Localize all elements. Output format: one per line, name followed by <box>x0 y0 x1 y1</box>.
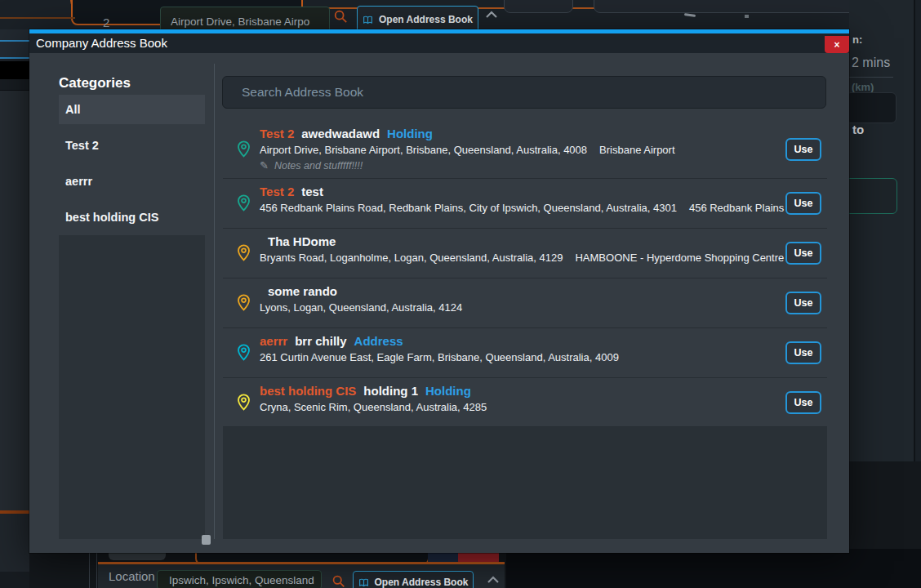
scrollbar-thumb[interactable] <box>202 535 211 545</box>
stop-number-label: 2 <box>103 16 109 29</box>
categories-heading: Categories <box>59 75 131 91</box>
map-pin-icon <box>237 344 251 362</box>
open-address-book-button[interactable]: Open Address Book <box>353 571 474 588</box>
chevron-up-icon[interactable] <box>485 11 498 19</box>
divider <box>89 552 90 588</box>
entry-name: brr chilly <box>295 334 346 348</box>
entry-name: awedwadawd <box>301 127 380 140</box>
location-panel: Location Open Address Book <box>98 562 505 588</box>
search-icon[interactable] <box>333 9 348 24</box>
map-pin-icon <box>237 140 251 158</box>
background-field-fragment <box>504 0 573 13</box>
distance-unit-label: (km) <box>852 81 874 93</box>
app-window: 2 Open Address Book <box>0 0 921 588</box>
entry-category: best holding CIS <box>260 384 356 398</box>
entry-category: aerrr <box>260 334 287 348</box>
entry-place: HAMBOONE - Hyperdome Shopping Centre - <box>575 252 790 264</box>
use-button[interactable]: Use <box>785 391 821 414</box>
background-top-bar: 2 Open Address Book <box>0 0 921 29</box>
close-button[interactable]: × <box>825 36 849 53</box>
duration-value: 2 mins <box>852 56 890 70</box>
category-label: aerrr <box>65 175 92 188</box>
open-address-book-label: Open Address Book <box>379 14 473 25</box>
category-label: All <box>65 103 81 116</box>
chevron-up-icon[interactable] <box>487 576 500 584</box>
use-button[interactable]: Use <box>785 341 821 364</box>
entry-name: test <box>301 185 323 198</box>
map-pin-icon <box>237 194 251 212</box>
address-entry[interactable]: Test 2 test 456 Redbank Plains Road, Red… <box>223 179 827 229</box>
category-label: best holding CIS <box>65 211 158 224</box>
entry-tag: Holding <box>425 384 471 398</box>
map-pin-icon <box>237 294 251 312</box>
entry-name: holding 1 <box>363 384 418 398</box>
open-address-book-button[interactable]: Open Address Book <box>357 6 478 29</box>
use-button[interactable]: Use <box>785 192 821 215</box>
modal-title: Company Address Book <box>36 36 167 50</box>
entry-tag: Address <box>354 334 403 348</box>
divider <box>96 552 97 588</box>
to-label: to <box>852 122 864 136</box>
category-item-best-holding-cis[interactable]: best holding CIS <box>59 203 205 232</box>
entry-address: 261 Curtin Avenue East, Eagle Farm, Bris… <box>260 351 619 363</box>
entry-category: Test 2 <box>260 127 294 140</box>
location-input[interactable] <box>157 570 322 588</box>
entry-category: Test 2 <box>260 185 294 198</box>
background-field-fragment <box>594 0 883 13</box>
search-input[interactable] <box>222 76 826 109</box>
map-pin-icon <box>237 244 251 262</box>
entry-place: Brisbane Airport <box>599 144 675 156</box>
entry-address: Airport Drive, Brisbane Airport, Brisban… <box>260 144 587 156</box>
distance-input-fragment[interactable] <box>849 92 897 123</box>
category-label: Test 2 <box>65 139 99 152</box>
label-fragment: n: <box>852 33 862 46</box>
book-icon <box>358 578 369 587</box>
entry-name: some rando <box>268 284 337 298</box>
background-bottom-area <box>506 549 921 588</box>
divider <box>849 77 893 78</box>
category-item-all[interactable]: All <box>59 95 205 124</box>
location-label: Location <box>109 569 155 583</box>
background-glyph-fragment <box>745 15 749 18</box>
modal-title-bar: Company Address Book <box>29 33 849 53</box>
entry-place: 456 Redbank Plains Rd <box>689 202 801 214</box>
entry-address: Bryants Road, Loganholme, Logan, Queensl… <box>260 252 563 264</box>
background-button-fragment[interactable] <box>849 178 897 214</box>
sidebar-divider <box>214 64 215 539</box>
use-button[interactable]: Use <box>785 242 821 265</box>
address-entry[interactable]: some rando Lyons, Logan, Queensland, Aus… <box>223 278 827 328</box>
entry-address: Cryna, Scenic Rim, Queensland, Australia… <box>260 401 487 413</box>
background-glyph-fragment <box>684 13 696 17</box>
entry-name: Tha HDome <box>268 234 336 248</box>
background-right-panel: n: 2 mins (km) to <box>849 0 921 461</box>
divider <box>0 17 75 19</box>
category-item-aerrr[interactable]: aerrr <box>59 167 205 196</box>
open-address-book-label: Open Address Book <box>375 577 469 588</box>
book-icon <box>363 16 373 24</box>
entry-tag: Holding <box>387 127 433 140</box>
address-entry[interactable]: Test 2 awedwadawd Holding Airport Drive,… <box>223 121 827 179</box>
entry-address: 456 Redbank Plains Road, Redbank Plains,… <box>260 202 677 214</box>
origin-address-input[interactable] <box>160 7 330 29</box>
use-button[interactable]: Use <box>785 292 821 314</box>
address-entry[interactable]: best holding CIS holding 1 Holding Cryna… <box>223 378 827 427</box>
background-edge <box>915 0 921 461</box>
entry-notes: ✎ Notes and stufffff!!!! <box>260 159 363 172</box>
search-icon[interactable] <box>331 574 345 588</box>
results-empty-area <box>223 427 827 539</box>
background-left-edge <box>0 29 29 588</box>
category-item-test-2[interactable]: Test 2 <box>59 131 205 160</box>
map-pin-icon <box>237 393 251 411</box>
pencil-icon: ✎ <box>260 159 269 172</box>
entry-address: Lyons, Logan, Queensland, Australia, 412… <box>260 301 462 314</box>
sidebar-list-panel <box>59 235 205 539</box>
entry-notes-text: Notes and stufffff!!!! <box>274 160 363 172</box>
use-button[interactable]: Use <box>785 138 821 161</box>
address-entry[interactable]: Tha HDome Bryants Road, Loganholme, Loga… <box>223 229 827 278</box>
company-address-book-modal: Company Address Book × Categories All Te… <box>29 29 849 553</box>
address-entry[interactable]: aerrr brr chilly Address 261 Curtin Aven… <box>223 328 827 378</box>
